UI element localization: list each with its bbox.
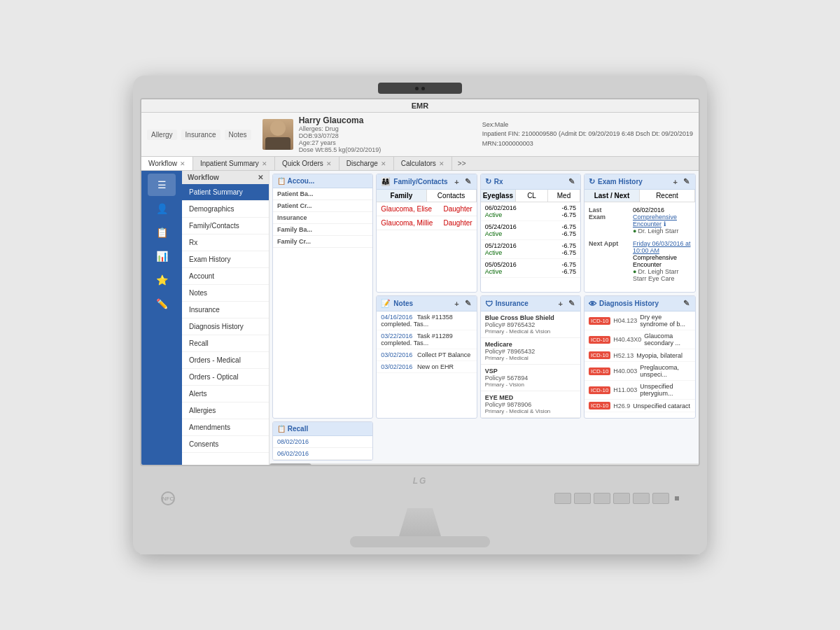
notes-widget: 📝 Notes + ✎ 04/16/2016 Task #11358 compl…	[376, 295, 477, 419]
nav-menu-title: Workflow ✕	[182, 171, 269, 184]
rx-edit-btn[interactable]: ✎	[567, 177, 576, 186]
recall-icon: 📋	[277, 425, 286, 433]
sidebar-icon-chart[interactable]: 📊	[148, 245, 176, 267]
family-add-btn[interactable]: +	[453, 178, 460, 186]
patient-mrn: MRN:1000000003	[482, 139, 693, 149]
sidebar-icon-user[interactable]: 👤	[148, 197, 176, 220]
close-discharge[interactable]: ✕	[381, 160, 386, 167]
recall-entry-2[interactable]: 06/02/2016	[273, 448, 372, 460]
diagnosis-title: Diagnosis History	[599, 300, 659, 307]
family-edit-btn[interactable]: ✎	[463, 177, 472, 186]
nav-item-orders-optical[interactable]: Orders - Optical	[182, 369, 269, 386]
allergy-link[interactable]: Allergy	[147, 130, 177, 140]
nav-item-notes[interactable]: Notes	[182, 285, 269, 302]
patient-sex: Sex:Male	[482, 120, 693, 130]
ins-entry-1: Blue Cross Blue Shield Policy# 89765432 …	[481, 312, 580, 338]
insurance-add-btn[interactable]: +	[557, 300, 564, 308]
family-tab-family[interactable]: Family	[377, 190, 426, 202]
patient-info-left: Harry Glaucoma Allerges: Drug DOB:93/07/…	[299, 115, 477, 153]
exam-add-btn[interactable]: +	[672, 178, 679, 186]
family-name-2[interactable]: Glaucoma, Millie	[381, 219, 433, 227]
exam-tab-last-next[interactable]: Last / Next	[584, 190, 640, 202]
notes-edit-btn[interactable]: ✎	[463, 299, 472, 308]
nav-tab-more[interactable]: >>	[452, 157, 472, 170]
ctrl-btn-2[interactable]	[574, 493, 591, 504]
exam-body: LastExam 06/02/2016 Comprehensive Encoun…	[584, 202, 695, 292]
nav-menu: Workflow ✕ Patient Summary Demographics …	[182, 171, 270, 465]
close-inpatient[interactable]: ✕	[262, 160, 267, 167]
close-quick-orders[interactable]: ✕	[326, 160, 332, 167]
diag-entry-6: ICD-10 H26.9 Unspecified cataract	[584, 400, 695, 412]
ins-entry-2: Medicare Policy# 78965432 Primary - Medi…	[481, 338, 580, 365]
ctrl-btn-4[interactable]	[613, 493, 630, 504]
next-appt-doctor: Dr. Leigh Starr	[638, 268, 678, 275]
ctrl-btn-6[interactable]	[652, 493, 669, 504]
nav-menu-close[interactable]: ✕	[258, 174, 263, 181]
close-calculators[interactable]: ✕	[439, 160, 444, 167]
nav-item-rx[interactable]: Rx	[182, 234, 269, 251]
account-row-4: Family Ba...	[273, 224, 372, 236]
diagnosis-edit-btn[interactable]: ✎	[682, 299, 691, 308]
diag-entry-1: ICD-10 H04.123 Dry eye syndrome of b...	[584, 312, 695, 330]
nav-item-insurance[interactable]: Insurance	[182, 302, 269, 318]
ctrl-btn-3[interactable]	[594, 493, 610, 504]
account-row-3: Insurance	[273, 212, 372, 224]
next-appt-link[interactable]: Friday 06/03/2016 at 10:00 AM	[633, 240, 691, 254]
nav-item-demographics[interactable]: Demographics	[182, 201, 269, 218]
nav-item-orders-medical[interactable]: Orders - Medical	[182, 352, 269, 369]
ctrl-btn-5[interactable]	[633, 493, 650, 504]
nav-item-allergies[interactable]: Allergies	[182, 402, 269, 419]
nav-item-family-contacts[interactable]: Family/Contacts	[182, 218, 269, 234]
horizontal-scrollbar[interactable]	[270, 463, 699, 465]
scrollbar-thumb[interactable]	[270, 463, 312, 465]
emr-title: EMR	[141, 99, 699, 113]
note-2: 03/22/2016 Task #11289 completed. Tas...	[377, 330, 476, 349]
recall-widget: 📋 Recall 08/02/2016 06/02/2016	[272, 421, 373, 461]
nav-item-amendments[interactable]: Amendments	[182, 419, 269, 436]
monitor-brand: LG	[413, 472, 428, 489]
family-contacts-title: Family/Contacts	[393, 178, 447, 186]
next-appt-type: Comprehensive Encounter	[633, 254, 691, 268]
family-name-1[interactable]: Glaucoma, Elise	[381, 205, 432, 213]
nav-item-diagnosis-history[interactable]: Diagnosis History	[182, 318, 269, 335]
insurance-link[interactable]: Insurance	[181, 130, 220, 140]
nav-item-exam-history[interactable]: Exam History	[182, 251, 269, 268]
nav-item-patient-summary[interactable]: Patient Summary	[182, 184, 269, 201]
nav-item-alerts[interactable]: Alerts	[182, 386, 269, 402]
nav-item-consents[interactable]: Consents	[182, 436, 269, 453]
icd-badge-1: ICD-10	[589, 317, 610, 325]
patient-dose: Dose Wt:85.5 kg(09/20/2019)	[299, 146, 477, 153]
family-tab-contacts[interactable]: Contacts	[427, 190, 477, 202]
rx-entry-2: 05/24/2016Active -6.75-6.75	[481, 221, 580, 240]
recall-entry-1[interactable]: 08/02/2016	[273, 436, 372, 448]
exam-edit-btn[interactable]: ✎	[682, 177, 691, 186]
sidebar-icon-menu[interactable]: ☰	[148, 174, 176, 196]
last-exam-link[interactable]: Comprehensive Encounter	[633, 214, 677, 227]
rx-tab-cl[interactable]: CL	[516, 190, 548, 202]
tab-calculators[interactable]: Calculators ✕	[394, 157, 452, 170]
content-area: 👨‍👩‍👧 Family/Contacts + ✎ Family Contact…	[270, 171, 699, 465]
exam-tab-recent[interactable]: Recent	[640, 190, 695, 202]
tab-workflow[interactable]: Workflow ✕	[141, 157, 193, 170]
notes-add-btn[interactable]: +	[453, 300, 460, 308]
nav-tabs-row: Workflow ✕ Inpatient Summary ✕ Quick Ord…	[141, 157, 699, 171]
rx-tab-med[interactable]: Med	[548, 190, 580, 202]
diag-entry-5: ICD-10 H11.003 Unspecified pterygium...	[584, 381, 695, 400]
sidebar-icon-clipboard[interactable]: 📋	[148, 221, 176, 244]
close-workflow[interactable]: ✕	[180, 160, 186, 167]
nav-item-account[interactable]: Account	[182, 268, 269, 285]
insurance-edit-btn[interactable]: ✎	[567, 299, 576, 308]
tab-quick-orders[interactable]: Quick Orders ✕	[275, 157, 340, 170]
insurance-icon: 🛡	[485, 300, 493, 308]
tab-discharge[interactable]: Discharge ✕	[340, 157, 394, 170]
tab-inpatient-summary[interactable]: Inpatient Summary ✕	[193, 157, 275, 170]
family-relation-1: Daughter	[444, 205, 472, 213]
ctrl-btn-1[interactable]	[554, 493, 571, 504]
rx-tab-eyeglass[interactable]: Eyeglass	[481, 190, 516, 202]
sidebar-icon-star[interactable]: ⭐	[148, 269, 176, 291]
nav-item-recall[interactable]: Recall	[182, 335, 269, 352]
patient-header: Allergy Insurance Notes Harry Glaucoma A…	[141, 113, 699, 157]
notes-link[interactable]: Notes	[225, 130, 251, 140]
sidebar-icon-edit[interactable]: ✏️	[148, 293, 176, 315]
content-grid: 👨‍👩‍👧 Family/Contacts + ✎ Family Contact…	[270, 171, 699, 463]
